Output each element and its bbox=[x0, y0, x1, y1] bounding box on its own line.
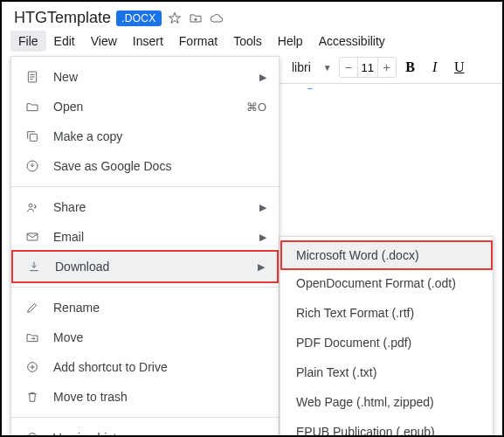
menu-add-shortcut[interactable]: Add shortcut to Drive bbox=[11, 352, 279, 382]
download-rtf[interactable]: Rich Text Format (.rtf) bbox=[280, 298, 493, 328]
menu-open[interactable]: Open ⌘O bbox=[11, 92, 279, 121]
svg-rect-4 bbox=[27, 233, 38, 240]
menu-tools[interactable]: Tools bbox=[225, 31, 270, 52]
pencil-icon bbox=[24, 299, 41, 316]
menu-label: Download bbox=[55, 260, 258, 274]
email-icon bbox=[24, 228, 41, 246]
trash-icon bbox=[24, 388, 41, 406]
svg-rect-1 bbox=[30, 134, 37, 141]
menu-rename[interactable]: Rename bbox=[11, 293, 279, 323]
menu-share[interactable]: Share ▶ bbox=[11, 192, 279, 222]
menu-help[interactable]: Help bbox=[270, 31, 311, 52]
separator bbox=[11, 186, 279, 187]
font-size-increase[interactable]: + bbox=[378, 58, 396, 77]
bold-button[interactable]: B bbox=[400, 57, 421, 78]
italic-button[interactable]: I bbox=[425, 57, 445, 78]
font-selector[interactable]: libri bbox=[287, 59, 316, 76]
menu-label: Save as Google Docs bbox=[53, 159, 266, 173]
chevron-down-icon[interactable]: ▼ bbox=[320, 63, 335, 73]
underline-button[interactable]: U bbox=[449, 57, 470, 78]
history-icon bbox=[24, 429, 41, 437]
menu-label: New bbox=[53, 70, 259, 84]
menu-save-gdocs[interactable]: Save as Google Docs bbox=[11, 151, 279, 181]
shortcut-text: ⌘O bbox=[246, 101, 266, 114]
download-pdf[interactable]: PDF Document (.pdf) bbox=[280, 328, 493, 357]
menu-move[interactable]: Move bbox=[11, 323, 279, 352]
shortcut-icon bbox=[24, 358, 41, 376]
submenu-arrow-icon: ▶ bbox=[258, 261, 265, 273]
toolbar: libri ▼ − + B I U bbox=[280, 52, 502, 84]
font-size-input[interactable] bbox=[357, 58, 378, 77]
menu-label: Email bbox=[53, 230, 259, 244]
menu-insert[interactable]: Insert bbox=[125, 31, 171, 52]
document-icon bbox=[24, 68, 41, 86]
menu-label: Add shortcut to Drive bbox=[53, 360, 266, 374]
menu-label: Version history bbox=[53, 431, 259, 437]
menu-format[interactable]: Format bbox=[171, 31, 225, 52]
menu-label: Rename bbox=[53, 301, 266, 315]
menu-label: Move to trash bbox=[53, 390, 266, 404]
submenu-arrow-icon: ▶ bbox=[259, 202, 266, 213]
download-submenu: Microsoft Word (.docx) OpenDocument Form… bbox=[280, 236, 494, 437]
menu-edit[interactable]: Edit bbox=[46, 31, 83, 52]
menu-file[interactable]: File bbox=[10, 31, 46, 52]
save-icon bbox=[24, 157, 41, 175]
menu-label: Move bbox=[53, 330, 266, 344]
menu-version-history[interactable]: Version history ▶ bbox=[11, 423, 279, 437]
download-txt[interactable]: Plain Text (.txt) bbox=[280, 357, 493, 387]
menu-trash[interactable]: Move to trash bbox=[11, 382, 279, 412]
copy-icon bbox=[24, 128, 41, 145]
svg-point-6 bbox=[28, 434, 38, 437]
menu-label: Share bbox=[53, 200, 259, 214]
font-size-stepper: − + bbox=[339, 57, 397, 78]
menu-label: Open bbox=[53, 100, 246, 114]
menubar: File Edit View Insert Format Tools Help … bbox=[2, 31, 502, 52]
share-icon bbox=[24, 198, 41, 216]
submenu-arrow-icon: ▶ bbox=[259, 433, 266, 438]
document-title[interactable]: HTGTemplate bbox=[14, 9, 111, 27]
download-epub[interactable]: EPUB Publication (.epub) bbox=[280, 417, 493, 437]
move-icon bbox=[24, 329, 41, 346]
separator bbox=[11, 287, 279, 288]
star-icon[interactable] bbox=[167, 10, 183, 26]
font-size-decrease[interactable]: − bbox=[340, 58, 357, 77]
file-type-badge: .DOCX bbox=[116, 10, 162, 26]
titlebar: HTGTemplate .DOCX bbox=[2, 2, 502, 31]
menu-download[interactable]: Download ▶ bbox=[11, 250, 279, 283]
menu-label: Make a copy bbox=[53, 129, 266, 143]
move-folder-icon[interactable] bbox=[188, 10, 204, 26]
menu-accessibility[interactable]: Accessibility bbox=[311, 31, 393, 52]
menu-new[interactable]: New ▶ bbox=[11, 62, 279, 92]
download-html[interactable]: Web Page (.html, zipped) bbox=[280, 387, 493, 417]
download-icon bbox=[25, 258, 43, 275]
submenu-arrow-icon: ▶ bbox=[259, 232, 266, 243]
svg-point-3 bbox=[29, 204, 32, 207]
menu-make-copy[interactable]: Make a copy bbox=[11, 121, 279, 151]
cloud-icon[interactable] bbox=[209, 10, 224, 26]
download-odt[interactable]: OpenDocument Format (.odt) bbox=[280, 268, 493, 298]
menu-email[interactable]: Email ▶ bbox=[11, 222, 279, 252]
download-docx[interactable]: Microsoft Word (.docx) bbox=[280, 240, 493, 270]
folder-icon bbox=[24, 98, 41, 115]
separator bbox=[11, 417, 279, 418]
submenu-arrow-icon: ▶ bbox=[259, 72, 266, 83]
menu-view[interactable]: View bbox=[83, 31, 125, 52]
file-menu-dropdown: New ▶ Open ⌘O Make a copy Save as Google… bbox=[10, 56, 280, 437]
